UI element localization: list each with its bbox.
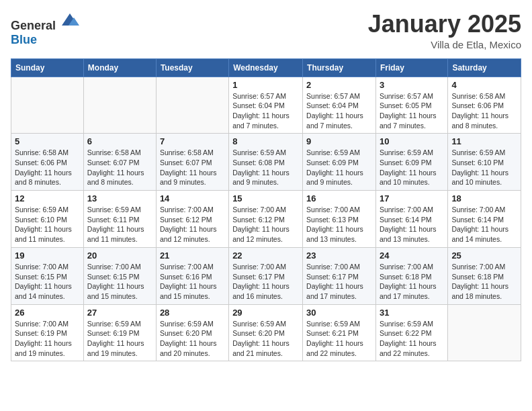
calendar-cell: 10Sunrise: 6:59 AMSunset: 6:09 PMDayligh… [375,134,447,191]
calendar-cell: 5Sunrise: 6:58 AMSunset: 6:06 PMDaylight… [11,134,84,191]
calendar-body: 1Sunrise: 6:57 AMSunset: 6:04 PMDaylight… [11,77,521,361]
week-row-2: 12Sunrise: 6:59 AMSunset: 6:10 PMDayligh… [11,191,521,248]
calendar-cell: 14Sunrise: 7:00 AMSunset: 6:12 PMDayligh… [156,191,228,248]
calendar-cell: 24Sunrise: 7:00 AMSunset: 6:18 PMDayligh… [375,247,447,304]
day-number: 7 [160,136,225,146]
day-info: Sunrise: 6:59 AMSunset: 6:20 PMDaylight:… [232,319,299,359]
day-number: 23 [306,250,372,261]
calendar-cell [83,77,156,134]
calendar-cell: 27Sunrise: 6:59 AMSunset: 6:19 PMDayligh… [83,304,156,361]
page-header: General Blue January 2025 Villa de Etla,… [11,11,521,50]
day-info: Sunrise: 6:59 AMSunset: 6:11 PMDaylight:… [87,205,152,244]
day-info: Sunrise: 7:00 AMSunset: 6:17 PMDaylight:… [306,262,372,302]
day-info: Sunrise: 7:00 AMSunset: 6:17 PMDaylight:… [232,262,299,302]
day-number: 29 [232,308,299,318]
day-number: 24 [380,250,444,261]
day-info: Sunrise: 6:59 AMSunset: 6:10 PMDaylight:… [451,148,517,187]
day-number: 14 [160,193,225,203]
day-number: 13 [87,193,152,203]
calendar-cell: 9Sunrise: 6:59 AMSunset: 6:09 PMDaylight… [303,134,376,191]
day-info: Sunrise: 7:00 AMSunset: 6:19 PMDaylight:… [15,319,80,359]
day-number: 2 [306,80,372,90]
calendar-cell: 31Sunrise: 6:59 AMSunset: 6:22 PMDayligh… [375,304,447,361]
day-info: Sunrise: 6:59 AMSunset: 6:22 PMDaylight:… [380,319,444,359]
week-row-3: 19Sunrise: 7:00 AMSunset: 6:15 PMDayligh… [11,247,521,304]
day-info: Sunrise: 6:58 AMSunset: 6:07 PMDaylight:… [87,148,152,187]
dow-header-sunday: Sunday [11,58,84,77]
day-number: 3 [380,80,444,90]
day-info: Sunrise: 6:58 AMSunset: 6:06 PMDaylight:… [15,148,80,187]
calendar-cell [11,77,84,134]
dow-header-saturday: Saturday [448,58,521,77]
calendar-cell: 18Sunrise: 7:00 AMSunset: 6:14 PMDayligh… [448,191,521,248]
day-number: 26 [15,308,80,318]
day-number: 6 [87,136,152,146]
dow-header-monday: Monday [83,58,156,77]
dow-header-tuesday: Tuesday [156,58,228,77]
day-info: Sunrise: 7:00 AMSunset: 6:15 PMDaylight:… [15,262,80,302]
day-number: 1 [232,80,299,90]
calendar-cell: 3Sunrise: 6:57 AMSunset: 6:05 PMDaylight… [375,77,447,134]
day-info: Sunrise: 6:57 AMSunset: 6:04 PMDaylight:… [306,91,372,131]
day-number: 9 [306,136,372,146]
day-info: Sunrise: 6:59 AMSunset: 6:09 PMDaylight:… [306,148,372,187]
day-number: 17 [380,193,444,203]
calendar-cell: 25Sunrise: 7:00 AMSunset: 6:18 PMDayligh… [448,247,521,304]
calendar-cell: 2Sunrise: 6:57 AMSunset: 6:04 PMDaylight… [303,77,376,134]
week-row-0: 1Sunrise: 6:57 AMSunset: 6:04 PMDaylight… [11,77,521,134]
dow-header-wednesday: Wednesday [229,58,303,77]
title-block: January 2025 Villa de Etla, Mexico [368,11,521,50]
calendar-cell [156,77,228,134]
day-info: Sunrise: 7:00 AMSunset: 6:12 PMDaylight:… [232,205,299,244]
day-info: Sunrise: 7:00 AMSunset: 6:14 PMDaylight:… [380,205,444,244]
day-number: 5 [15,136,80,146]
logo-general: General [11,19,56,32]
day-number: 20 [87,250,152,261]
calendar-cell: 21Sunrise: 7:00 AMSunset: 6:16 PMDayligh… [156,247,228,304]
day-number: 22 [232,250,299,261]
week-row-4: 26Sunrise: 7:00 AMSunset: 6:19 PMDayligh… [11,304,521,361]
calendar-cell: 22Sunrise: 7:00 AMSunset: 6:17 PMDayligh… [229,247,303,304]
day-info: Sunrise: 6:58 AMSunset: 6:07 PMDaylight:… [160,148,225,187]
day-info: Sunrise: 6:57 AMSunset: 6:05 PMDaylight:… [380,91,444,131]
days-of-week-row: SundayMondayTuesdayWednesdayThursdayFrid… [11,58,521,77]
calendar-cell: 16Sunrise: 7:00 AMSunset: 6:13 PMDayligh… [303,191,376,248]
day-number: 30 [306,308,372,318]
calendar-cell: 6Sunrise: 6:58 AMSunset: 6:07 PMDaylight… [83,134,156,191]
day-number: 10 [380,136,444,146]
calendar-cell: 29Sunrise: 6:59 AMSunset: 6:20 PMDayligh… [229,304,303,361]
day-info: Sunrise: 7:00 AMSunset: 6:13 PMDaylight:… [306,205,372,244]
calendar-cell: 11Sunrise: 6:59 AMSunset: 6:10 PMDayligh… [448,134,521,191]
day-number: 12 [15,193,80,203]
calendar-cell: 7Sunrise: 6:58 AMSunset: 6:07 PMDaylight… [156,134,228,191]
logo-text: General Blue [11,11,79,47]
calendar-table: SundayMondayTuesdayWednesdayThursdayFrid… [11,58,521,362]
day-info: Sunrise: 7:00 AMSunset: 6:14 PMDaylight:… [451,205,517,244]
calendar-cell: 26Sunrise: 7:00 AMSunset: 6:19 PMDayligh… [11,304,84,361]
calendar-cell: 30Sunrise: 6:59 AMSunset: 6:21 PMDayligh… [303,304,376,361]
day-info: Sunrise: 7:00 AMSunset: 6:15 PMDaylight:… [87,262,152,302]
day-number: 4 [451,80,517,90]
day-number: 28 [160,308,225,318]
dow-header-friday: Friday [375,58,447,77]
day-info: Sunrise: 6:59 AMSunset: 6:19 PMDaylight:… [87,319,152,359]
day-number: 8 [232,136,299,146]
calendar-cell: 19Sunrise: 7:00 AMSunset: 6:15 PMDayligh… [11,247,84,304]
day-info: Sunrise: 7:00 AMSunset: 6:18 PMDaylight:… [380,262,444,302]
day-info: Sunrise: 6:59 AMSunset: 6:08 PMDaylight:… [232,148,299,187]
calendar-cell: 13Sunrise: 6:59 AMSunset: 6:11 PMDayligh… [83,191,156,248]
day-info: Sunrise: 6:59 AMSunset: 6:09 PMDaylight:… [380,148,444,187]
dow-header-thursday: Thursday [303,58,376,77]
week-row-1: 5Sunrise: 6:58 AMSunset: 6:06 PMDaylight… [11,134,521,191]
day-info: Sunrise: 7:00 AMSunset: 6:16 PMDaylight:… [160,262,225,302]
calendar-cell: 1Sunrise: 6:57 AMSunset: 6:04 PMDaylight… [229,77,303,134]
day-number: 25 [451,250,517,261]
calendar-cell: 15Sunrise: 7:00 AMSunset: 6:12 PMDayligh… [229,191,303,248]
calendar-cell: 17Sunrise: 7:00 AMSunset: 6:14 PMDayligh… [375,191,447,248]
day-number: 21 [160,250,225,261]
calendar-cell: 8Sunrise: 6:59 AMSunset: 6:08 PMDaylight… [229,134,303,191]
location-subtitle: Villa de Etla, Mexico [368,39,521,50]
day-info: Sunrise: 7:00 AMSunset: 6:18 PMDaylight:… [451,262,517,302]
day-info: Sunrise: 6:59 AMSunset: 6:21 PMDaylight:… [306,319,372,359]
day-number: 27 [87,308,152,318]
